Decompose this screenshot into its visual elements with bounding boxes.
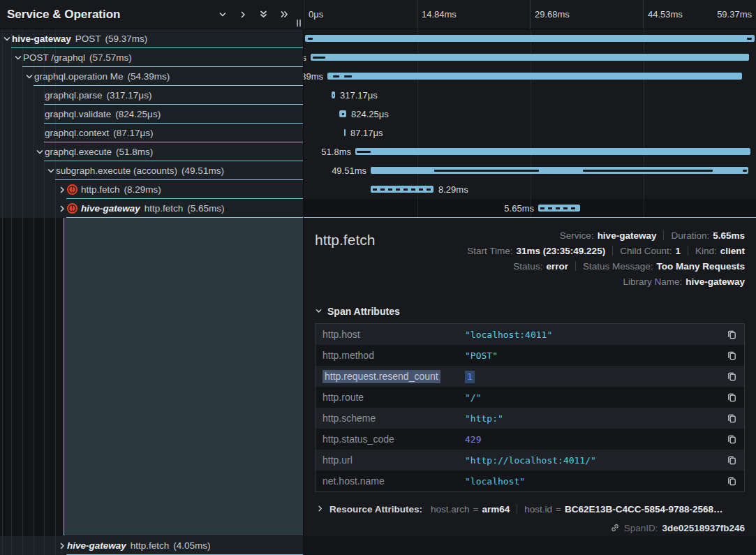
child-span-marker [434, 170, 539, 172]
ruler-tick: 59.37ms [717, 0, 752, 29]
attribute-key: net.host.name [323, 475, 457, 487]
attribute-row[interactable]: http.request.resend_count1 [316, 366, 744, 387]
service-operation-header: Service & Operation [0, 0, 304, 29]
span-timeline-cell[interactable]: 317.17μs [304, 86, 756, 105]
span-bar[interactable] [538, 205, 580, 212]
copy-icon[interactable] [727, 476, 737, 487]
span-timeline-cell[interactable]: 5.65ms [304, 199, 756, 218]
tree-expanded-area [0, 218, 304, 536]
span-row[interactable]: hive-gatewayhttp.fetch(4.05ms)4.05ms [0, 536, 304, 555]
span-meta-line: Service:hive-gatewayDuration:5.65ms [467, 228, 745, 243]
span-bar[interactable] [344, 129, 346, 136]
attribute-key: http.method [323, 350, 457, 361]
span-title: http.fetch [315, 228, 375, 289]
span-label: graphql.parse(317.17μs) [0, 90, 151, 101]
copy-icon[interactable] [727, 392, 737, 403]
span-duration: (49.51ms) [181, 165, 224, 176]
span-timeline-cell[interactable]: 54.39ms [304, 67, 756, 86]
span-row[interactable]: graphql.context(87.17μs)87.17μs [0, 124, 756, 142]
span-timeline-cell[interactable]: 8.29ms [304, 180, 756, 199]
span-timeline-cell[interactable]: 57.57ms [304, 48, 756, 67]
attribute-value: "localhost:4011" [465, 330, 552, 340]
span-row[interactable]: subgraph.execute (accounts)(49.51ms)49.5… [0, 161, 756, 180]
attribute-row[interactable]: net.host.name"localhost" [316, 471, 744, 491]
child-span-marker [373, 188, 431, 191]
span-tree-cell[interactable]: hive-gatewayPOST(59.37ms) [0, 29, 304, 48]
span-row[interactable]: graphql.operation Me(54.39ms)54.39ms [0, 67, 756, 86]
panel-resize-handle[interactable] [297, 20, 301, 27]
copy-icon[interactable] [727, 413, 737, 424]
span-row[interactable]: POST /graphql(57.57ms)57.57ms [0, 48, 756, 67]
span-attributes-section-header[interactable]: Span Attributes [315, 306, 745, 317]
collapse-all-icon[interactable] [259, 10, 268, 19]
span-tree-cell[interactable]: !http.fetch(8.29ms) [0, 180, 304, 199]
span-tree-cell[interactable]: graphql.validate(824.25μs) [0, 105, 304, 124]
row-underline [304, 217, 756, 218]
copy-icon[interactable] [727, 350, 737, 361]
span-timeline-cell[interactable]: 824.25μs [304, 105, 756, 124]
collapse-one-icon[interactable] [218, 10, 227, 19]
span-bar[interactable] [355, 148, 750, 155]
attribute-row[interactable]: http.method"POST" [316, 345, 744, 366]
span-tree-cell[interactable]: graphql.execute(51.8ms) [0, 142, 304, 161]
span-service-name: hive-gateway [67, 540, 126, 551]
span-label: hive-gatewayhttp.fetch(5.65ms) [0, 203, 225, 214]
chevron-down-icon [315, 306, 323, 317]
middle-section: http.fetch Service:hive-gatewayDuration:… [0, 218, 756, 536]
attribute-row[interactable]: http.route"/" [316, 387, 744, 408]
span-operation-name: POST [75, 34, 101, 44]
resource-attributes-row[interactable]: Resource Attributes: host.arch=arm64host… [315, 499, 745, 519]
span-tree-cell[interactable]: subgraph.execute (accounts)(49.51ms) [0, 161, 304, 180]
child-span-marker [743, 170, 747, 172]
span-bar[interactable] [327, 73, 742, 80]
span-timeline-cell[interactable]: 51.8ms [304, 142, 756, 161]
span-timeline-cell[interactable] [304, 29, 756, 48]
meta-separator [575, 261, 576, 271]
span-row[interactable]: graphql.parse(317.17μs)317.17μs [0, 86, 756, 105]
copy-icon[interactable] [727, 330, 737, 340]
selected-span-expanded-region[interactable] [64, 218, 303, 535]
link-icon[interactable] [610, 523, 620, 533]
span-row[interactable]: !http.fetch(8.29ms)8.29ms [0, 180, 756, 199]
span-label: http.fetch(8.29ms) [0, 184, 161, 195]
span-row[interactable]: !hive-gatewayhttp.fetch(5.65ms)5.65ms [0, 199, 756, 218]
attribute-row[interactable]: http.status_code429 [316, 429, 744, 450]
child-span-marker [333, 75, 339, 77]
span-bar[interactable] [332, 91, 335, 98]
span-row[interactable]: graphql.execute(51.8ms)51.8ms [0, 142, 756, 161]
expand-one-icon[interactable] [239, 10, 247, 19]
copy-icon[interactable] [727, 371, 737, 382]
span-timeline-cell[interactable]: 87.17μs [304, 124, 756, 142]
span-bar[interactable] [339, 110, 346, 117]
attribute-value: 429 [465, 434, 481, 445]
span-tree-cell[interactable]: graphql.operation Me(54.39ms) [0, 67, 304, 86]
span-operation-name: http.fetch [144, 203, 184, 214]
span-meta: Service:hive-gatewayDuration:5.65msStart… [467, 228, 745, 289]
span-tree-cell[interactable]: POST /graphql(57.57ms) [0, 48, 304, 67]
expand-all-icon[interactable] [280, 10, 289, 19]
attribute-row[interactable]: http.url"http://localhost:4011/" [316, 450, 744, 471]
child-span-marker [313, 57, 325, 59]
copy-icon[interactable] [727, 455, 737, 466]
span-bar[interactable] [305, 35, 755, 42]
attribute-row[interactable]: http.scheme"http:" [316, 408, 744, 429]
span-tree-cell[interactable]: graphql.parse(317.17μs) [0, 86, 304, 105]
span-row[interactable]: hive-gatewayPOST(59.37ms) [0, 29, 756, 48]
row-underline [44, 142, 303, 142]
span-row[interactable]: graphql.validate(824.25μs)824.25μs [0, 105, 756, 124]
span-tree-cell[interactable]: graphql.context(87.17μs) [0, 124, 304, 142]
span-label: POST /graphql(57.57ms) [0, 52, 132, 63]
meta-separator [663, 230, 664, 240]
copy-icon[interactable] [727, 434, 737, 445]
span-bar[interactable] [371, 167, 748, 174]
span-tree-cell[interactable]: hive-gatewayhttp.fetch(4.05ms) [0, 536, 304, 555]
bar-duration-label: 8.29ms [438, 180, 468, 199]
span-bar[interactable] [311, 54, 749, 61]
row-underline [44, 161, 303, 161]
span-timeline-cell[interactable]: 49.51ms [304, 161, 756, 180]
tree-toolbar [218, 10, 293, 19]
span-bar[interactable] [371, 186, 433, 193]
attribute-row[interactable]: http.host"localhost:4011" [316, 324, 744, 345]
span-operation-name: http.fetch [81, 184, 120, 195]
span-tree-cell[interactable]: !hive-gatewayhttp.fetch(5.65ms) [0, 199, 304, 218]
